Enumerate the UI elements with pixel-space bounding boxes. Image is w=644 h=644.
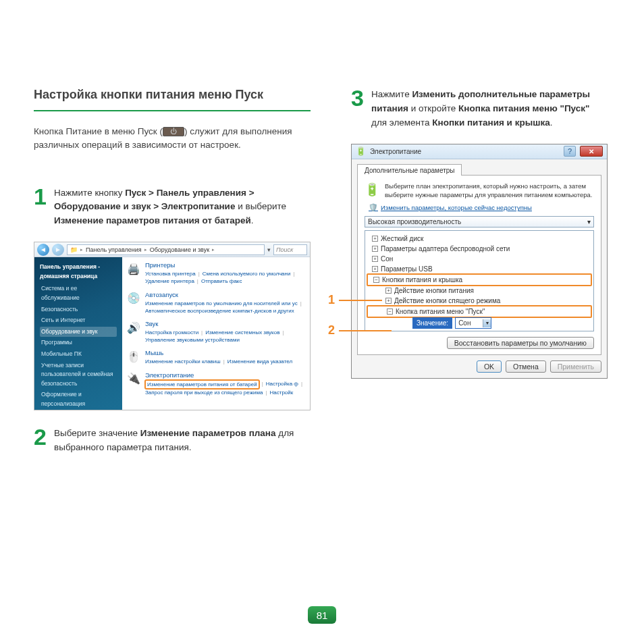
category-icon: 🖨️ [126,261,141,276]
tree-item[interactable]: +Параметры адаптера беспроводной сети [367,244,592,254]
sidebar-item[interactable]: Безопасность [40,304,117,315]
category: 🖱️МышьИзменение настройки клавиш|Изменен… [126,349,310,365]
dialog-title: Электропитание [370,148,560,155]
close-button[interactable]: ✕ [580,146,603,157]
tree-item[interactable]: +Сон [367,254,592,264]
category-title[interactable]: Принтеры [145,261,310,269]
step-number: 1 [34,186,49,229]
sidebar-item[interactable]: Программы [40,338,117,348]
category-link[interactable]: Настройка громкости [145,329,198,336]
tree-value-row: Значение:Сон▼ [367,317,592,329]
expand-icon[interactable]: + [385,288,392,294]
category: 🖨️ПринтерыУстановка принтера|Смена испол… [126,261,310,285]
expand-icon[interactable]: − [387,308,393,315]
value-label: Значение: [412,317,452,329]
tree-item[interactable]: +Действие кнопки спящего режима [367,296,592,306]
sidebar-item[interactable]: Система и ее обслуживание [40,284,117,303]
tree-item[interactable]: +Действие кнопки питания [367,286,592,296]
expand-icon[interactable]: + [372,236,378,242]
apply-button[interactable]: Применить [550,360,601,373]
category-title[interactable]: Автозапуск [145,291,310,298]
category: 🔌ЭлектропитаниеИзменение параметров пита… [126,371,310,396]
breadcrumb[interactable]: 📁 ▸ Панель управления ▸ Оборудование и з… [67,244,265,255]
help-button[interactable]: ? [564,146,576,157]
screenshot-control-panel: ◄ ► 📁 ▸ Панель управления ▸ Оборудование… [34,242,311,410]
restore-defaults-button[interactable]: Восстановить параметры по умолчанию [447,337,594,349]
folder-icon: 📁 [70,246,78,253]
category-icon: 🖱️ [126,349,141,364]
expand-icon[interactable]: + [372,266,378,272]
category: 🔊ЗвукНастройка громкости|Изменение систе… [126,320,310,344]
chevron-down-icon: ▾ [587,218,591,225]
step-3: 3 Нажмите Изменить дополнительные параме… [351,88,608,130]
expand-icon[interactable]: + [372,256,378,262]
category-icon: 🔊 [126,320,141,335]
step-number: 3 [351,88,366,130]
sidebar-item[interactable]: Оформление и персонализация [40,390,117,409]
category-link[interactable]: Отправить факс [201,277,242,285]
callout-1: 1 [328,293,335,307]
callout-2: 2 [328,323,335,338]
change-unavailable-link[interactable]: 🛡️ Изменить параметры, которые сейчас не… [369,203,594,212]
tab-advanced[interactable]: Дополнительные параметры [357,164,462,176]
page-title: Настройка кнопки питания меню Пуск [34,88,311,111]
expand-icon[interactable]: + [372,246,378,252]
category-link[interactable]: Установка принтера [145,270,196,277]
chevron-down-icon: ▼ [483,319,491,327]
power-plan-icon: 🔋 [365,182,379,197]
sidebar-item[interactable]: Мобильные ПК [40,349,117,360]
category-link[interactable]: Управление звуковыми устройствами [145,336,240,344]
battery-icon: 🔋 [356,146,366,156]
category-link[interactable]: Настройк [270,389,294,396]
step-2: 2 Выберите значение Изменение параметров… [34,427,311,455]
tree-item[interactable]: −Кнопки питания и крышка [367,273,592,286]
category-link[interactable]: Изменение параметров по умолчанию для но… [145,300,298,307]
tree-item[interactable]: −Кнопка питания меню "Пуск" [367,305,592,318]
category-icon: 💿 [126,291,141,306]
cancel-button[interactable]: Отмена [506,360,546,373]
category-link[interactable]: Изменение системных звуков [205,329,279,336]
category-icon: 🔌 [126,371,141,386]
sidebar-item[interactable]: Сеть и Интернет [40,315,117,326]
step-1: 1 Нажмите кнопку Пуск > Панель управлени… [34,186,311,229]
category-title[interactable]: Мышь [145,349,310,356]
step-number: 2 [34,427,49,455]
back-button[interactable]: ◄ [37,244,49,256]
dialog-description: Выберите план электропитания, который ну… [385,182,594,200]
category-title[interactable]: Электропитание [145,371,310,379]
category-link[interactable]: Изменение вида указател [227,358,292,365]
power-button-icon [163,127,184,136]
expand-icon[interactable]: + [385,298,392,304]
search-input[interactable]: Поиск [273,244,307,255]
control-panel-sidebar: Панель управления - домашняя страница Си… [34,257,122,410]
category: 💿АвтозапускИзменение параметров по умолч… [126,291,310,315]
category-link[interactable]: Смена используемого по умолчани [203,270,291,277]
tree-item[interactable]: +Жесткий диск [367,234,592,244]
settings-tree[interactable]: +Жесткий диск+Параметры адаптера беспров… [365,230,594,331]
sidebar-item[interactable]: Часы, язык и регион [40,410,117,411]
category-link[interactable]: Запрос пароля при выходе из спящего режи… [145,389,263,396]
highlighted-link[interactable]: Изменение параметров питания от батарей [144,379,260,390]
forward-button[interactable]: ► [52,244,64,256]
ok-button[interactable]: OK [477,360,502,373]
intro-text: Кнопка Питание в меню Пуск () служит для… [34,125,311,153]
sidebar-item[interactable]: Оборудование и звук [40,327,117,338]
value-select[interactable]: Сон▼ [455,317,491,329]
control-panel-content: 🖨️ПринтерыУстановка принтера|Смена испол… [122,257,310,410]
category-link[interactable]: Удаление принтера [145,277,194,285]
tree-item[interactable]: +Параметры USB [367,264,592,274]
category-link[interactable]: Изменение настройки клавиш [145,358,221,365]
page-number: 81 [308,606,336,624]
expand-icon[interactable]: − [373,277,379,283]
power-plan-select[interactable]: Высокая производительность ▾ [365,216,594,227]
sidebar-item[interactable]: Учетные записи пользователей и семейная … [40,360,117,390]
shield-icon: 🛡️ [369,203,378,212]
category-link[interactable]: Настройка ф [266,380,298,389]
screenshot-power-options: 🔋 Электропитание ? ✕ Дополнительные пара… [351,144,608,379]
category-title[interactable]: Звук [145,320,310,327]
category-link[interactable]: Автоматическое воспроизведение компакт-д… [145,307,294,315]
